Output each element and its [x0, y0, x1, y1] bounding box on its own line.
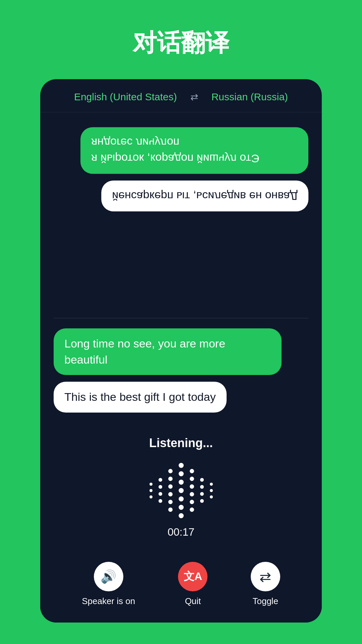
language-bar: English (United States) ⇄ Russian (Russi…	[40, 79, 322, 112]
wave-dot	[168, 477, 173, 481]
waveform-visualization	[149, 460, 213, 521]
wave-dot	[210, 483, 213, 486]
toggle-icon: ⇄	[259, 569, 271, 585]
wave-dot	[168, 500, 173, 504]
phone-card: English (United States) ⇄ Russian (Russi…	[40, 79, 322, 623]
wave-dot	[179, 496, 184, 501]
quit-icon: 文A	[184, 569, 202, 584]
wave-dot	[190, 507, 194, 512]
list-item: Это лучший подарок, который я получил се…	[80, 127, 308, 174]
wave-col	[190, 469, 194, 512]
wave-col	[210, 483, 213, 498]
wave-dot	[159, 478, 162, 482]
app-title: 对话翻译	[133, 27, 229, 59]
speaker-btn-circle: 🔊	[94, 562, 123, 591]
wave-dot	[149, 495, 153, 498]
wave-dot	[190, 484, 194, 489]
wave-col	[179, 463, 184, 518]
quit-button[interactable]: 文A Quit	[178, 562, 207, 606]
language-left[interactable]: English (United States)	[74, 91, 177, 103]
wave-dot	[149, 489, 153, 492]
wave-dot	[200, 499, 204, 503]
wave-dot	[190, 492, 194, 496]
wave-dot	[210, 495, 213, 498]
quit-label: Quit	[185, 596, 201, 606]
swap-languages-icon[interactable]: ⇄	[190, 92, 198, 103]
chat-divider	[54, 318, 308, 318]
wave-dot	[200, 485, 204, 489]
wave-dot	[200, 492, 204, 496]
wave-col	[200, 478, 204, 503]
wave-col	[149, 483, 153, 498]
chat-area: Давно не виделись, ты прекрасней Это луч…	[40, 112, 322, 426]
listening-section: Listening...	[40, 426, 322, 555]
wave-dot	[190, 469, 194, 473]
wave-dot	[149, 483, 153, 486]
quit-btn-circle: 文A	[178, 562, 207, 591]
wave-dot	[159, 499, 162, 503]
wave-dot	[179, 463, 184, 468]
chat-upper: Давно не виделись, ты прекрасней Это луч…	[54, 119, 308, 318]
wave-dot	[168, 469, 173, 473]
list-item: This is the best gift I got today	[54, 382, 227, 413]
wave-col	[168, 469, 173, 512]
wave-dot	[210, 489, 213, 492]
wave-dot	[190, 477, 194, 481]
recording-timer: 00:17	[168, 526, 194, 538]
toggle-btn-circle: ⇄	[251, 562, 280, 591]
wave-dot	[200, 478, 204, 482]
wave-col	[159, 478, 162, 503]
list-item: Давно не виделись, ты прекрасней	[101, 180, 308, 211]
speaker-icon: 🔊	[101, 569, 116, 584]
wave-dot	[159, 492, 162, 496]
wave-dot	[168, 484, 173, 489]
speaker-button[interactable]: 🔊 Speaker is on	[82, 562, 135, 606]
language-right[interactable]: Russian (Russia)	[212, 91, 288, 103]
listening-status: Listening...	[149, 436, 213, 450]
wave-dot	[168, 492, 173, 496]
toggle-label: Toggle	[252, 596, 278, 606]
bottom-bar: 🔊 Speaker is on 文A Quit ⇄ Toggle	[40, 555, 322, 623]
wave-dot	[179, 505, 184, 510]
wave-dot	[179, 480, 184, 485]
chat-lower: Long time no see, you are more beautiful…	[54, 325, 308, 419]
list-item: Long time no see, you are more beautiful	[54, 328, 282, 375]
wave-dot	[179, 488, 184, 493]
wave-dot	[179, 471, 184, 476]
speaker-label: Speaker is on	[82, 596, 135, 606]
toggle-button[interactable]: ⇄ Toggle	[251, 562, 280, 606]
wave-dot	[190, 500, 194, 504]
wave-dot	[168, 507, 173, 512]
wave-dot	[159, 485, 162, 489]
wave-dot	[179, 513, 184, 518]
